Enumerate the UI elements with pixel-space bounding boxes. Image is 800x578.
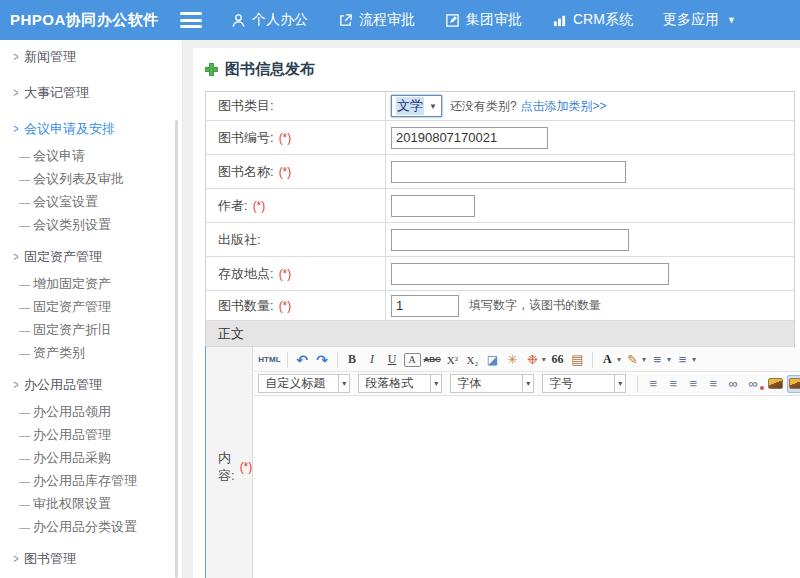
sidebar: > 新闻管理 > 大事记管理 > 会议申请及安排 — 会议申请 — 会议列表及审… <box>0 40 183 578</box>
sidebar-scrollbar[interactable] <box>175 120 178 578</box>
nav-item-personal-office[interactable]: 个人办公 <box>216 0 323 40</box>
nav-item-crm-system[interactable]: CRM系统 <box>537 0 648 40</box>
required-mark: (*) <box>279 267 292 281</box>
chevron-down-icon: ▾ <box>667 355 671 364</box>
chevron-down-icon: ▾ <box>642 355 646 364</box>
publisher-input[interactable] <box>391 229 629 251</box>
unlink-button[interactable]: ∞ <box>744 375 764 393</box>
heading-select[interactable]: 自定义标题 ▾ <box>258 374 350 393</box>
superscript-button[interactable]: X² <box>444 351 461 369</box>
book-number-input[interactable] <box>391 127 548 149</box>
source-code-button[interactable]: HTML <box>258 351 280 369</box>
ordered-list-icon: ≡ <box>649 351 666 369</box>
sidebar-item-new-book[interactable]: — 新建图书 <box>0 574 182 578</box>
image-icon <box>789 378 800 389</box>
sidebar-item-office-supplies-management[interactable]: > 办公用品管理 <box>0 370 182 400</box>
bar-chart-icon <box>552 13 567 28</box>
quantity-label: 图书数量: <box>218 297 274 315</box>
sidebar-item-supplies-category-settings[interactable]: — 办公用品分类设置 <box>0 515 182 538</box>
menu-icon[interactable] <box>180 12 202 28</box>
dash-icon: — <box>19 219 33 231</box>
sidebar-item-meeting-list-approval[interactable]: — 会议列表及审批 <box>0 167 182 190</box>
rich-text-editor: HTML ↶ ↷ B I U A ABC X² X₂ ◪ <box>254 348 800 578</box>
insert-image-button[interactable] <box>767 375 784 393</box>
nav-item-more-apps[interactable]: 更多应用 ▼ <box>648 0 751 40</box>
sidebar-item-meeting-application[interactable]: > 会议申请及安排 <box>0 114 182 144</box>
chevron-right-icon: > <box>12 122 21 136</box>
dash-icon: — <box>19 429 33 441</box>
unlink-dot <box>760 386 764 390</box>
format-brush-button[interactable]: ❉ ▾ <box>524 351 546 369</box>
location-input[interactable] <box>391 263 669 285</box>
chevron-right-icon: > <box>12 250 21 264</box>
sidebar-item-supplies-management[interactable]: — 办公用品管理 <box>0 423 182 446</box>
sidebar-item-approval-permission-settings[interactable]: — 审批权限设置 <box>0 492 182 515</box>
align-right-icon[interactable]: ≡ <box>684 375 701 393</box>
sidebar-item-meeting-room-settings[interactable]: — 会议室设置 <box>0 190 182 213</box>
sidebar-item-supplies-requisition[interactable]: — 办公用品领用 <box>0 400 182 423</box>
font-border-button[interactable]: A <box>404 353 421 367</box>
sidebar-item-news-management[interactable]: > 新闻管理 <box>0 42 182 72</box>
font-color-button[interactable]: A ▾ <box>599 351 621 369</box>
redo-icon[interactable]: ↷ <box>314 351 331 369</box>
nav-item-workflow-approval[interactable]: 流程审批 <box>323 0 430 40</box>
quantity-hint: 填写数字，该图书的数量 <box>469 297 601 314</box>
required-mark: (*) <box>279 165 292 179</box>
book-name-input[interactable] <box>391 161 626 183</box>
sidebar-item-fixed-asset-management[interactable]: — 固定资产管理 <box>0 295 182 318</box>
align-justify-icon[interactable]: ≡ <box>704 375 721 393</box>
location-label: 存放地点: <box>218 265 274 283</box>
highlighter-icon: ✎ <box>624 351 641 369</box>
author-input[interactable] <box>391 195 475 217</box>
sidebar-item-add-fixed-asset[interactable]: — 增加固定资产 <box>0 272 182 295</box>
sidebar-item-fixed-assets-management[interactable]: > 固定资产管理 <box>0 242 182 272</box>
category-select[interactable]: 文学 ▼ <box>391 95 442 117</box>
format-clear-icon[interactable]: ✳ <box>504 351 521 369</box>
link-icon[interactable]: ∞ <box>724 375 741 393</box>
form-row-location: 存放地点: (*) <box>205 256 794 290</box>
nav-item-label: 流程审批 <box>359 11 415 29</box>
category-hint: 还没有类别? <box>450 98 517 115</box>
nav-item-label: CRM系统 <box>573 11 633 29</box>
highlight-color-button[interactable]: ✎ ▾ <box>624 351 646 369</box>
sidebar-item-memorabilia-management[interactable]: > 大事记管理 <box>0 78 182 108</box>
sidebar-item-supplies-purchase[interactable]: — 办公用品采购 <box>0 446 182 469</box>
chevron-down-icon: ▾ <box>522 375 533 392</box>
blockquote-button[interactable]: 66 <box>549 351 566 369</box>
subscript-button[interactable]: X₂ <box>464 351 481 369</box>
dash-icon: — <box>19 150 33 162</box>
sidebar-item-meeting-category-settings[interactable]: — 会议类别设置 <box>0 213 182 236</box>
font-family-select[interactable]: 字体 ▾ <box>450 374 534 393</box>
content-label: 内容: <box>218 449 235 485</box>
align-left-icon[interactable]: ≡ <box>644 375 661 393</box>
add-category-link[interactable]: 点击添加类别>> <box>521 98 607 115</box>
undo-icon[interactable]: ↶ <box>294 351 311 369</box>
paste-icon[interactable]: ▤ <box>569 351 586 369</box>
unordered-list-button[interactable]: ≡ ▾ <box>674 351 696 369</box>
italic-button[interactable]: I <box>364 351 381 369</box>
sidebar-item-asset-category[interactable]: — 资产类别 <box>0 341 182 364</box>
required-mark: (*) <box>253 199 266 213</box>
insert-image-online-button[interactable] <box>787 375 800 393</box>
quantity-input[interactable] <box>391 295 459 317</box>
align-center-icon[interactable]: ≡ <box>664 375 681 393</box>
toolbar-separator <box>637 376 638 392</box>
nav-item-label: 更多应用 <box>663 11 719 29</box>
chevron-down-icon: ▾ <box>617 355 621 364</box>
sidebar-item-book-management[interactable]: > 图书管理 <box>0 544 182 574</box>
sidebar-item-fixed-asset-depreciation[interactable]: — 固定资产折旧 <box>0 318 182 341</box>
editor-content-area[interactable] <box>254 396 800 578</box>
required-mark: (*) <box>279 299 292 313</box>
eraser-icon[interactable]: ◪ <box>484 351 501 369</box>
bold-button[interactable]: B <box>344 351 361 369</box>
font-size-select[interactable]: 字号 ▾ <box>542 374 626 393</box>
book-name-label: 图书名称: <box>218 163 274 181</box>
nav-item-group-approval[interactable]: 集团审批 <box>430 0 537 40</box>
required-mark: (*) <box>279 131 292 145</box>
underline-button[interactable]: U <box>384 351 401 369</box>
ordered-list-button[interactable]: ≡ ▾ <box>649 351 671 369</box>
sidebar-item-supplies-inventory[interactable]: — 办公用品库存管理 <box>0 469 182 492</box>
strikethrough-button[interactable]: ABC <box>424 351 441 369</box>
paragraph-format-select[interactable]: 段落格式 ▾ <box>358 374 442 393</box>
sidebar-item-meeting-apply[interactable]: — 会议申请 <box>0 144 182 167</box>
